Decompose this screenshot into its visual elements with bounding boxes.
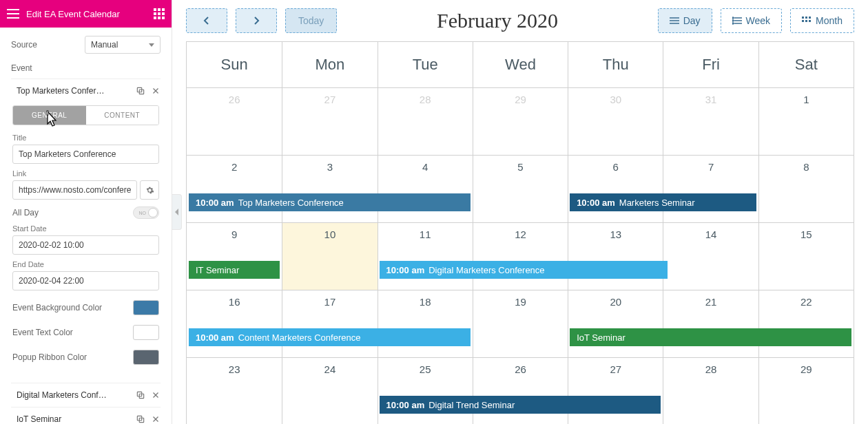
calendar-day-cell[interactable]: 28 <box>663 358 758 424</box>
tab-content[interactable]: CONTENT <box>86 106 159 125</box>
calendar-day-cell[interactable]: 17 <box>282 290 377 358</box>
calendar-day-cell[interactable]: 23 <box>187 358 282 424</box>
calendar-event[interactable]: 10:00 amContent Marketers Conference <box>189 328 471 346</box>
calendar-day-cell[interactable]: 21 <box>663 290 758 358</box>
event-time: 10:00 am <box>386 265 425 275</box>
calendar-day-cell[interactable]: 11 <box>378 223 473 290</box>
svg-rect-23 <box>805 17 807 19</box>
source-row: Source Manual <box>11 36 161 54</box>
calendar-day-cell[interactable]: 22 <box>758 290 854 358</box>
sidebar-body: Source Manual Event Top Marketers Confer… <box>0 28 172 424</box>
event-time: 10:00 am <box>577 198 615 208</box>
title-input[interactable] <box>12 145 159 164</box>
calendar-day-cell[interactable]: 24 <box>282 358 377 424</box>
calendar-day-cell[interactable]: 31 <box>663 88 758 156</box>
bgcolor-swatch[interactable] <box>133 300 159 315</box>
calendar-day-cell[interactable]: 5 <box>473 156 568 223</box>
calendar-day-cell[interactable]: 6 <box>568 156 663 223</box>
calendar-day-cell[interactable]: 27 <box>568 358 663 424</box>
calendar-event[interactable]: IT Seminar <box>189 261 280 279</box>
calendar-day-cell[interactable]: 19 <box>473 290 568 358</box>
event-time: 10:00 am <box>386 400 425 410</box>
calendar-event[interactable]: IoT Seminar <box>570 328 851 346</box>
calendar-day-cell[interactable]: 29 <box>473 88 568 156</box>
today-button[interactable]: Today <box>285 8 337 33</box>
view-month-label: Month <box>816 15 843 26</box>
calendar-day-cell[interactable]: 13 <box>568 223 663 290</box>
calendar-event[interactable]: 10:00 amTop Marketers Conference <box>189 193 471 211</box>
calendar-day-cell[interactable]: 7 <box>663 156 758 223</box>
calendar-day-cell[interactable]: 15 <box>758 223 854 290</box>
event-title: IoT Seminar <box>577 332 626 343</box>
calendar-day-cell[interactable]: 12 <box>473 223 568 290</box>
calendar-event[interactable]: 10:00 amDigital Marketers Conference <box>380 261 668 279</box>
calendar-day-cell[interactable]: 3 <box>282 156 377 223</box>
calendar-day-cell[interactable]: 26 <box>473 358 568 424</box>
apps-grid-icon[interactable] <box>154 8 165 19</box>
calendar-day-cell[interactable]: 1 <box>758 88 854 156</box>
calendar-week: 9101112131415IT Seminar10:00 amDigital M… <box>187 223 854 290</box>
startdate-input[interactable] <box>12 235 159 255</box>
view-day-button[interactable]: Day <box>658 8 712 33</box>
calendar-day-cell[interactable]: 25 <box>378 358 473 424</box>
calendar-event[interactable]: 10:00 amDigital Trend Seminar <box>380 396 661 414</box>
source-value: Manual <box>91 40 118 50</box>
event-title: Digital Marketers Conference <box>428 265 544 275</box>
sidebar-collapse-handle[interactable] <box>172 194 182 230</box>
event-item[interactable]: Top Marketers Confer… <box>11 78 161 103</box>
calendar-day-cell[interactable]: 2 <box>187 156 282 223</box>
calendar-day-cell[interactable]: 16 <box>187 290 282 358</box>
calendar-day-cell[interactable]: 8 <box>758 156 854 223</box>
calendar-day-cell[interactable]: 20 <box>568 290 663 358</box>
day-header: Sat <box>758 42 854 88</box>
calendar-day-cell[interactable]: 10 <box>282 223 377 290</box>
calendar-day-headers: SunMonTueWedThuFriSat <box>187 41 854 88</box>
close-icon[interactable] <box>151 390 161 400</box>
chevron-down-icon <box>149 43 154 47</box>
link-input[interactable] <box>12 180 137 200</box>
link-settings-button[interactable] <box>140 180 159 200</box>
event-title: Digital Trend Seminar <box>428 400 515 410</box>
calendar-day-cell[interactable]: 4 <box>378 156 473 223</box>
calendar-day-cell[interactable]: 27 <box>282 88 377 156</box>
calendar-day-cell[interactable]: 28 <box>378 88 473 156</box>
svg-rect-24 <box>809 17 811 19</box>
allday-label: All Day <box>12 208 39 218</box>
copy-icon[interactable] <box>136 390 145 400</box>
ribboncolor-swatch[interactable] <box>133 350 159 365</box>
calendar-day-cell[interactable]: 26 <box>187 88 282 156</box>
calendar-day-cell[interactable]: 9 <box>187 223 282 290</box>
event-title: Top Marketers Conference <box>238 198 344 208</box>
prev-button[interactable] <box>186 8 227 33</box>
tab-general[interactable]: GENERAL <box>13 106 86 125</box>
ribboncolor-label: Popup Ribbon Color <box>12 352 87 362</box>
calendar-day-cell[interactable]: 14 <box>663 223 758 290</box>
copy-icon[interactable] <box>136 414 145 424</box>
menu-icon[interactable] <box>7 9 19 19</box>
event-item[interactable]: IoT Seminar <box>11 407 161 424</box>
event-title: Marketers Seminar <box>619 198 695 208</box>
svg-rect-26 <box>805 20 807 22</box>
allday-toggle[interactable]: NO <box>133 206 159 219</box>
view-week-button[interactable]: Week <box>721 8 783 33</box>
textcolor-swatch[interactable] <box>133 325 159 340</box>
event-section-label: Event <box>11 63 161 73</box>
calendar-event[interactable]: 10:00 amMarketers Seminar <box>570 193 756 211</box>
enddate-label: End Date <box>12 260 159 268</box>
calendar-day-cell[interactable]: 18 <box>378 290 473 358</box>
enddate-input[interactable] <box>12 271 159 290</box>
source-label: Source <box>11 40 37 50</box>
editor-sidebar: Edit EA Event Calendar Source Manual Eve… <box>0 0 172 424</box>
view-month-button[interactable]: Month <box>790 8 854 33</box>
source-select[interactable]: Manual <box>85 36 161 54</box>
next-button[interactable] <box>236 8 277 33</box>
toggle-state: NO <box>139 211 147 215</box>
copy-icon[interactable] <box>136 86 145 96</box>
close-icon[interactable] <box>151 86 161 96</box>
close-icon[interactable] <box>151 414 161 424</box>
calendar-day-cell[interactable]: 29 <box>758 358 854 424</box>
calendar-week: 234567810:00 amTop Marketers Conference1… <box>187 156 854 223</box>
event-item[interactable]: Digital Marketers Conf… <box>11 383 161 407</box>
calendar-day-cell[interactable]: 30 <box>568 88 663 156</box>
event-time: 10:00 am <box>196 332 234 343</box>
